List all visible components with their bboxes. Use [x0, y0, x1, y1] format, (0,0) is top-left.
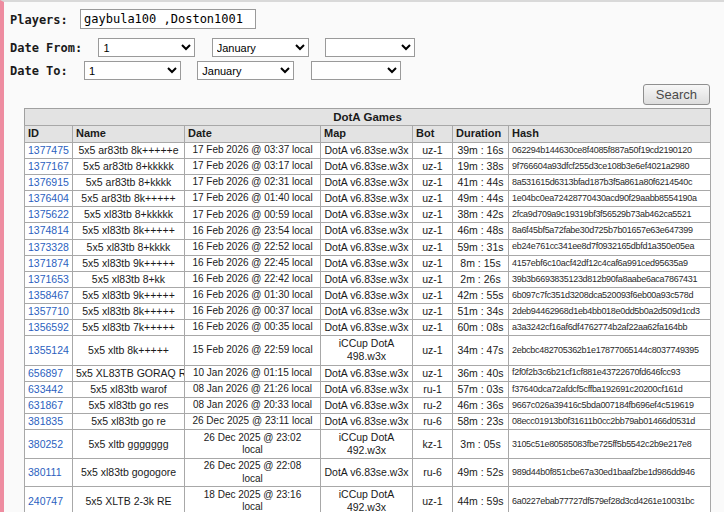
- replay-id-link[interactable]: 1373328: [28, 241, 69, 253]
- cell-id: 1357710: [25, 304, 73, 320]
- cell-hash: eb24e761cc341ee8d7f0932165dbfd1a350e05ea: [509, 239, 711, 255]
- cell-map: iCCup DotA 492.w3x: [321, 487, 413, 512]
- cell-date: 16 Feb 2026 @ 22:52 local: [185, 239, 321, 255]
- players-input[interactable]: [80, 9, 256, 29]
- table-header: ID Name Date Map Bot Duration Hash: [25, 126, 711, 143]
- cell-date: 16 Feb 2026 @ 22:42 local: [185, 271, 321, 287]
- cell-map: DotA v6.83se.w3x: [321, 365, 413, 381]
- cell-date: 16 Feb 2026 @ 23:54 local: [185, 223, 321, 239]
- replay-id-link[interactable]: 1374814: [28, 224, 69, 236]
- cell-id: 1376915: [25, 175, 73, 191]
- cell-name: 5x5 xl83tb gogogore: [73, 459, 185, 487]
- col-header-duration: Duration: [453, 126, 509, 143]
- cell-id: 1355124: [25, 336, 73, 365]
- table-caption: DotA Games: [24, 108, 711, 125]
- table-row: 13774755x5 ar83tb 8k+++++e17 Feb 2026 @ …: [25, 142, 711, 158]
- cell-date: 17 Feb 2026 @ 01:40 local: [185, 191, 321, 207]
- cell-map: DotA v6.83se.w3x: [321, 287, 413, 303]
- cell-name: 5x5 ar83tb 8k+++++e: [73, 142, 185, 158]
- cell-name: 5x5 xl83tb 9k+++++: [73, 287, 185, 303]
- cell-hash: 39b3b6693835123d812b90fa8aabe6aca7867431: [509, 271, 711, 287]
- header-row: ID Name Date Map Bot Duration Hash: [25, 126, 711, 143]
- date-from-year-select[interactable]: [325, 38, 415, 57]
- replay-id-link[interactable]: 1375622: [28, 208, 69, 220]
- cell-name: 5x5 ar83tb 8k+++++: [73, 191, 185, 207]
- cell-name: 5x5 xl83tb 8k+++++: [73, 223, 185, 239]
- replay-id-link[interactable]: 1376915: [28, 176, 69, 188]
- replay-id-link[interactable]: 380252: [28, 438, 63, 450]
- games-table: DotA Games ID Name Date Map Bot Duration…: [24, 108, 711, 512]
- replay-id-link[interactable]: 1377475: [28, 144, 69, 156]
- cell-bot: ru-1: [413, 381, 453, 397]
- players-row: Players:: [10, 9, 724, 29]
- cell-dur: 46m : 48s: [453, 223, 509, 239]
- date-from-day-select[interactable]: 1: [98, 38, 195, 57]
- cell-dur: 8m : 15s: [453, 255, 509, 271]
- replay-id-link[interactable]: 1357710: [28, 305, 69, 317]
- cell-bot: uz-1: [413, 487, 453, 512]
- replay-id-link[interactable]: 656897: [28, 367, 63, 379]
- replay-id-link[interactable]: 381835: [28, 415, 63, 427]
- replay-id-link[interactable]: 633442: [28, 383, 63, 395]
- date-to-month-select[interactable]: January: [197, 61, 294, 80]
- players-label: Players:: [10, 13, 68, 27]
- cell-dur: 59m : 31s: [453, 239, 509, 255]
- cell-bot: uz-1: [413, 191, 453, 207]
- cell-id: 633442: [25, 381, 73, 397]
- cell-dur: 39m : 16s: [453, 142, 509, 158]
- replay-id-link[interactable]: 1376404: [28, 192, 69, 204]
- cell-map: DotA v6.83se.w3x: [321, 158, 413, 174]
- replay-id-link[interactable]: 240747: [28, 495, 63, 507]
- cell-map: DotA v6.83se.w3x: [321, 381, 413, 397]
- cell-dur: 34m : 47s: [453, 336, 509, 365]
- cell-hash: 8a6f45bf5a72fabe30d725b7b01657e63e647399: [509, 223, 711, 239]
- replay-id-link[interactable]: 631867: [28, 399, 63, 411]
- cell-date: 17 Feb 2026 @ 03:37 local: [185, 142, 321, 158]
- cell-hash: 9f766604a93dfcf255d3ce108b3e6ef4021a2980: [509, 158, 711, 174]
- cell-name: 5x5 xl83tb go res: [73, 397, 185, 413]
- replay-id-link[interactable]: 1371653: [28, 273, 69, 285]
- cell-date: 16 Feb 2026 @ 01:30 local: [185, 287, 321, 303]
- date-from-row: Date From: 1 January: [10, 38, 724, 57]
- cell-name: 5x5 xl83tb 8+kkkk: [73, 239, 185, 255]
- cell-bot: uz-1: [413, 239, 453, 255]
- cell-name: 5x5 xl83tb 8k+++++: [73, 304, 185, 320]
- cell-hash: 2deb94462968d1eb4bb018e0dd5b0a2d509d1cd3: [509, 304, 711, 320]
- cell-name: 5x5 xl83tb go re: [73, 413, 185, 429]
- date-from-month-select[interactable]: January: [212, 38, 309, 57]
- cell-bot: uz-1: [413, 365, 453, 381]
- table-body: 13774755x5 ar83tb 8k+++++e17 Feb 2026 @ …: [25, 142, 711, 512]
- cell-id: 1377167: [25, 158, 73, 174]
- table-row: 3802525x5 xltb ggggggg26 Dec 2025 @ 23:0…: [25, 430, 711, 459]
- table-row: 13551245x5 xltb 8k+++++15 Feb 2026 @ 22:…: [25, 336, 711, 365]
- date-to-year-select[interactable]: [311, 61, 401, 80]
- cell-dur: 51m : 34s: [453, 304, 509, 320]
- cell-map: DotA v6.83se.w3x: [321, 413, 413, 429]
- table-row: 13718745x5 xl83tb 9k+++++16 Feb 2026 @ 2…: [25, 255, 711, 271]
- cell-id: 1375622: [25, 207, 73, 223]
- cell-bot: uz-1: [413, 287, 453, 303]
- col-header-id: ID: [25, 126, 73, 143]
- replay-id-link[interactable]: 1356592: [28, 321, 69, 333]
- cell-map: DotA v6.83se.w3x: [321, 271, 413, 287]
- date-to-day-select[interactable]: 1: [84, 61, 181, 80]
- cell-id: 1371653: [25, 271, 73, 287]
- cell-date: 17 Feb 2026 @ 00:59 local: [185, 207, 321, 223]
- replay-id-link[interactable]: 1355124: [28, 344, 69, 356]
- table-row: 2407475x5 XLTB 2-3k RE18 Dec 2025 @ 23:1…: [25, 487, 711, 512]
- cell-id: 1374814: [25, 223, 73, 239]
- cell-name: 5x5 XL83TB GORAQ RE: [73, 365, 185, 381]
- cell-id: 1358467: [25, 287, 73, 303]
- cell-date: 26 Dec 2025 @ 22:08 local: [185, 459, 321, 487]
- replay-id-link[interactable]: 380111: [28, 466, 61, 478]
- replay-id-link[interactable]: 1371874: [28, 257, 69, 269]
- replay-id-link[interactable]: 1377167: [28, 160, 69, 172]
- replay-id-link[interactable]: 1358467: [28, 289, 69, 301]
- cell-dur: 19m : 38s: [453, 158, 509, 174]
- cell-date: 15 Feb 2026 @ 22:59 local: [185, 336, 321, 365]
- cell-name: 5x5 xl83tb 8+kkkkk: [73, 207, 185, 223]
- cell-name: 5x5 xl83tb 7k+++++: [73, 320, 185, 336]
- cell-dur: 57m : 03s: [453, 381, 509, 397]
- search-button[interactable]: Search: [643, 84, 710, 105]
- cell-hash: f2f0f2b3c6b21cf1cf881e43722670fd646fcc93: [509, 365, 711, 381]
